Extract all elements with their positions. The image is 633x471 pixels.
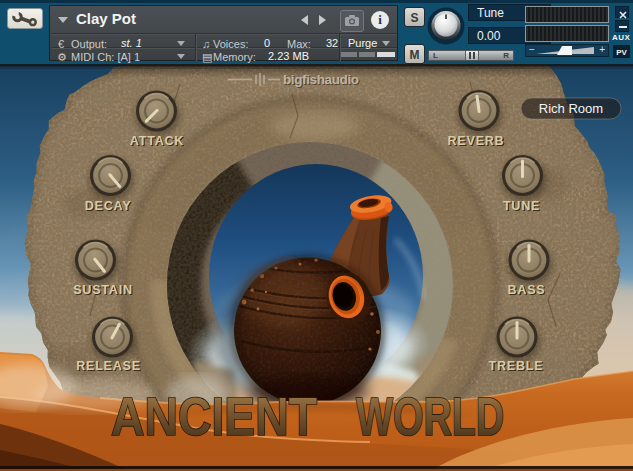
svg-text:BASS: BASS	[508, 283, 546, 297]
svg-text:DECAY: DECAY	[85, 199, 132, 213]
svg-text:TUNE: TUNE	[503, 199, 540, 213]
svg-text:ANCIENT: ANCIENT	[111, 387, 317, 446]
svg-text:Rich Room: Rich Room	[539, 101, 603, 116]
svg-text:ATTACK: ATTACK	[130, 134, 184, 148]
svg-text:SUSTAIN: SUSTAIN	[73, 283, 133, 297]
svg-text:TREBLE: TREBLE	[489, 359, 544, 373]
svg-text:WORLD: WORLD	[356, 387, 504, 446]
svg-text:bigfishaudio: bigfishaudio	[283, 72, 359, 87]
svg-text:RELEASE: RELEASE	[76, 359, 141, 373]
svg-text:REVERB: REVERB	[448, 134, 505, 148]
